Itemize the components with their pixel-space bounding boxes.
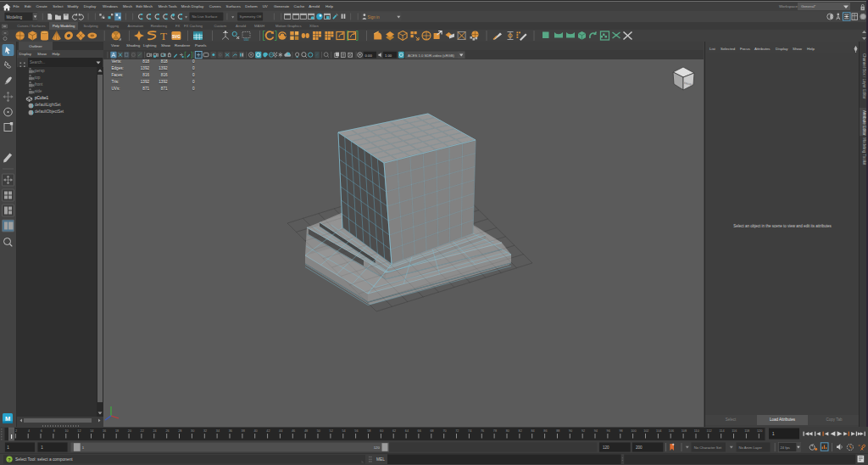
svg-text:28: 28 [178,429,181,433]
svg-text:20: 20 [128,429,131,433]
svg-text:106: 106 [669,429,674,433]
svg-text:o: o [859,444,860,447]
svg-text:116: 116 [732,429,737,433]
svg-text:108: 108 [682,429,687,433]
svg-text:16: 16 [103,429,106,433]
svg-text:32: 32 [203,429,207,433]
svg-text:Sign in: Sign in [368,15,380,20]
svg-text:42: 42 [266,429,270,433]
svg-text:120: 120 [757,429,762,433]
svg-text:120: 120 [603,445,609,450]
svg-text:18: 18 [115,429,119,433]
svg-text:64: 64 [405,429,409,433]
svg-text:68: 68 [430,429,433,433]
svg-text:Symmetry Off: Symmetry Off [240,14,262,19]
svg-text:8: 8 [53,429,55,433]
svg-text:88: 88 [556,429,559,433]
svg-text:104: 104 [656,429,661,433]
svg-text:22: 22 [141,429,144,433]
svg-text:200: 200 [636,445,643,450]
svg-text:24 fps: 24 fps [781,445,790,450]
svg-text:48: 48 [304,429,308,433]
svg-text:26: 26 [165,429,169,433]
svg-text:M: M [5,415,10,423]
svg-text:56: 56 [354,429,358,433]
svg-text:46: 46 [292,429,295,433]
svg-text:2: 2 [15,429,17,433]
svg-text:98: 98 [619,429,622,433]
svg-text:Modeling: Modeling [7,15,23,20]
svg-text:54: 54 [342,429,345,433]
svg-text:102: 102 [643,429,648,433]
svg-text:58: 58 [367,429,370,433]
svg-text:No Anim Layer: No Anim Layer [738,445,762,450]
svg-text:T: T [160,30,167,42]
svg-text:76: 76 [481,429,484,433]
svg-text:1.00: 1.00 [385,53,392,58]
svg-text:114: 114 [719,429,724,433]
svg-text:118: 118 [744,429,749,433]
svg-text:1: 1 [41,445,43,450]
svg-text:?: ? [8,457,10,462]
svg-text:4: 4 [28,429,30,433]
svg-text:38: 38 [242,429,245,433]
svg-text:24: 24 [153,429,156,433]
svg-text:78: 78 [493,429,497,433]
svg-text:50: 50 [317,429,320,433]
svg-text:52: 52 [330,429,333,433]
svg-text:82: 82 [519,429,522,433]
svg-text:62: 62 [392,429,396,433]
svg-text:72: 72 [455,429,459,433]
svg-text:Select Tool: select a componen: Select Tool: select a component [15,457,73,462]
svg-text:14: 14 [90,429,93,433]
svg-text:12: 12 [77,429,81,433]
svg-text:0.00: 0.00 [365,53,373,58]
svg-text:1: 1 [772,432,775,436]
svg-text:84: 84 [531,429,534,433]
svg-text:86: 86 [543,429,547,433]
svg-text:30: 30 [191,429,194,433]
svg-text:34: 34 [216,429,220,433]
svg-text:No Live Surface: No Live Surface [192,14,218,19]
svg-text:120: 120 [374,445,381,450]
svg-text:ACES 1.0 SDR-video (sRGB): ACES 1.0 SDR-video (sRGB) [408,53,455,58]
svg-text:80: 80 [506,429,509,433]
svg-text:36: 36 [229,429,232,433]
svg-text:6: 6 [41,429,42,433]
svg-text:60: 60 [380,429,383,433]
svg-text:70: 70 [442,429,446,433]
svg-text:No Character Set: No Character Set [694,445,722,450]
svg-text:44: 44 [279,429,282,433]
svg-text:110: 110 [694,429,699,433]
svg-text:MEL: MEL [376,457,385,462]
svg-text:92: 92 [581,429,585,433]
svg-text:40: 40 [253,429,257,433]
svg-text:112: 112 [707,429,712,433]
svg-text:10: 10 [64,429,68,433]
svg-text:SVG: SVG [172,35,181,39]
svg-text:90: 90 [569,429,572,433]
svg-text:74: 74 [468,429,471,433]
svg-text:94: 94 [594,429,598,433]
svg-text:96: 96 [607,429,610,433]
svg-text:1: 1 [7,445,9,450]
svg-text:66: 66 [418,429,421,433]
svg-text:100: 100 [631,429,636,433]
